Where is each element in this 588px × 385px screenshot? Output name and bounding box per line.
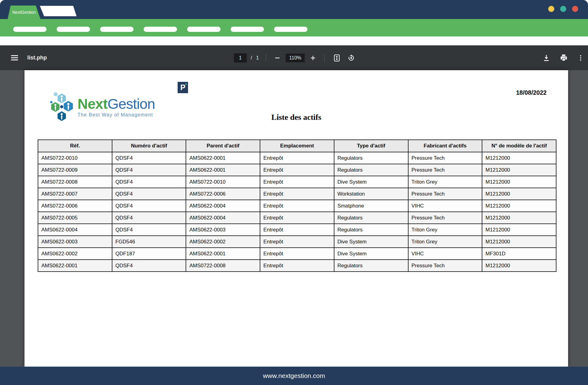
table-cell: QDSF4 xyxy=(112,224,186,236)
column-header: Numéro d'actif xyxy=(112,140,186,152)
page-footer: www.nextgestion.com xyxy=(0,367,588,385)
column-header: Type d'actif xyxy=(334,140,408,152)
column-header: Emplacement xyxy=(260,140,334,152)
table-cell: M1212000 xyxy=(482,164,556,176)
maximize-button[interactable] xyxy=(560,6,566,12)
page-divider-text: / xyxy=(251,55,252,61)
table-cell: Entrepôt xyxy=(260,248,334,260)
table-cell: Dive System xyxy=(334,248,408,260)
browser-window: NextGestion list.php / 1 xyxy=(0,0,588,385)
brand-secondary: Gestion xyxy=(107,96,155,112)
nav-pill xyxy=(231,27,264,32)
table-cell: AMS0622-0004 xyxy=(38,224,112,236)
table-cell: Pressure Tech xyxy=(408,260,482,272)
table-cell: QDSF4 xyxy=(112,200,186,212)
table-row: AMS0622-0004QDSF4AMS0622-0003EntrepôtReg… xyxy=(38,224,556,236)
table-cell: Entrepôt xyxy=(260,188,334,200)
table-cell: M1212000 xyxy=(482,188,556,200)
column-header: Réf. xyxy=(38,140,112,152)
download-button[interactable] xyxy=(541,53,552,63)
table-cell: QDSF4 xyxy=(112,164,186,176)
table-cell: Entrepôt xyxy=(260,176,334,188)
table-cell: QDF187 xyxy=(112,248,186,260)
table-cell: Entrepôt xyxy=(260,236,334,248)
table-cell: M1212000 xyxy=(482,236,556,248)
table-cell: AMS0722-0008 xyxy=(38,176,112,188)
table-cell: AMS0722-0005 xyxy=(38,212,112,224)
table-cell: AMS0622-0002 xyxy=(38,248,112,260)
table-row: AMS0722-0009QDSF4AMS0622-0001EntrepôtReg… xyxy=(38,164,556,176)
table-cell: AMS0622-0001 xyxy=(186,152,260,164)
browser-navbar xyxy=(0,19,588,36)
table-cell: Regulators xyxy=(334,260,408,272)
table-cell: Entrepôt xyxy=(260,152,334,164)
more-options-button[interactable] xyxy=(576,53,586,63)
rotate-icon xyxy=(347,54,355,62)
table-cell: AMS0722-0009 xyxy=(38,164,112,176)
nav-pill xyxy=(13,27,47,32)
table-cell: M1212000 xyxy=(482,200,556,212)
page-gap xyxy=(0,36,588,45)
print-button[interactable] xyxy=(558,52,569,63)
minimize-button[interactable] xyxy=(548,6,554,12)
table-row: AMS0722-0005QDSF4AMS0622-0004EntrepôtReg… xyxy=(38,212,556,224)
table-row: AMS0622-0002QDF187AMS0622-0001EntrepôtDi… xyxy=(38,248,556,260)
hamburger-icon xyxy=(11,54,18,62)
table-row: AMS0622-0001QDSF4AMS0722-0008EntrepôtReg… xyxy=(38,260,556,272)
table-cell: Pressure Tech xyxy=(408,212,482,224)
download-icon xyxy=(542,54,550,62)
table-header-row: Réf.Numéro d'actifParent d'actifEmplacem… xyxy=(38,140,556,152)
table-cell: QDSF4 xyxy=(112,188,186,200)
fit-page-icon xyxy=(333,54,341,62)
close-button[interactable] xyxy=(572,6,578,12)
nav-pill xyxy=(100,27,134,32)
menu-button[interactable] xyxy=(10,53,19,63)
document-filename: list.php xyxy=(27,55,47,61)
zoom-level: 110% xyxy=(286,54,305,62)
table-row: AMS0722-0008QDSF4AMS0722-0010EntrepôtDiv… xyxy=(38,176,556,188)
zoom-in-button[interactable] xyxy=(309,54,317,62)
inactive-tab[interactable] xyxy=(40,6,77,16)
table-cell: Dive System xyxy=(334,236,408,248)
table-cell: AMS0622-0001 xyxy=(186,164,260,176)
table-cell: VIHC xyxy=(408,200,482,212)
table-cell: Pressure Tech xyxy=(408,188,482,200)
table-cell: Regulators xyxy=(334,152,408,164)
table-row: AMS0722-0010QDSF4AMS0622-0001EntrepôtReg… xyxy=(38,152,556,164)
badge-letter: P xyxy=(180,83,186,92)
pdf-toolbar: list.php / 1 110% xyxy=(0,45,588,70)
table-cell: Workstation xyxy=(334,188,408,200)
table-cell: Pressure Tech xyxy=(408,164,482,176)
logo-badge: P xyxy=(178,82,188,93)
table-cell: Pressure Tech xyxy=(408,152,482,164)
pdf-viewer[interactable]: NextGestion The Best Way of Management P… xyxy=(0,70,588,367)
nav-pill xyxy=(274,27,307,32)
table-cell: AMS0722-0006 xyxy=(38,200,112,212)
browser-tab-nextgestion[interactable]: NextGestion xyxy=(8,6,40,19)
page-total-text: 1 xyxy=(256,55,259,61)
table-row: AMS0622-0003FGD546AMS0622-0002EntrepôtDi… xyxy=(38,236,556,248)
nav-pill xyxy=(144,27,177,32)
table-cell: Entrepôt xyxy=(260,164,334,176)
table-cell: Dive System xyxy=(334,176,408,188)
rotate-button[interactable] xyxy=(346,53,356,63)
table-cell: QDSF4 xyxy=(112,152,186,164)
table-cell: AMS0622-0003 xyxy=(186,224,260,236)
table-row: AMS0722-0006QDSF4AMS0622-0004EntrepôtSma… xyxy=(38,200,556,212)
fit-page-button[interactable] xyxy=(332,53,342,63)
pdf-page: NextGestion The Best Way of Management P… xyxy=(24,70,568,367)
zoom-out-button[interactable] xyxy=(273,54,282,62)
table-cell: QDSF4 xyxy=(112,212,186,224)
table-cell: M1212000 xyxy=(482,224,556,236)
table-cell: M1212000 xyxy=(482,176,556,188)
table-cell: MF301D xyxy=(482,248,556,260)
table-cell: M1212000 xyxy=(482,260,556,272)
document-title: Liste des actifs xyxy=(24,113,568,122)
brand-primary: Next xyxy=(77,96,107,112)
column-header: Fabricant d'actifs xyxy=(408,140,482,152)
table-cell: AMS0622-0004 xyxy=(186,212,260,224)
table-cell: M1212000 xyxy=(482,152,556,164)
page-number-input[interactable] xyxy=(234,53,247,63)
footer-website: www.nextgestion.com xyxy=(263,372,325,379)
table-cell: FGD546 xyxy=(112,236,186,248)
